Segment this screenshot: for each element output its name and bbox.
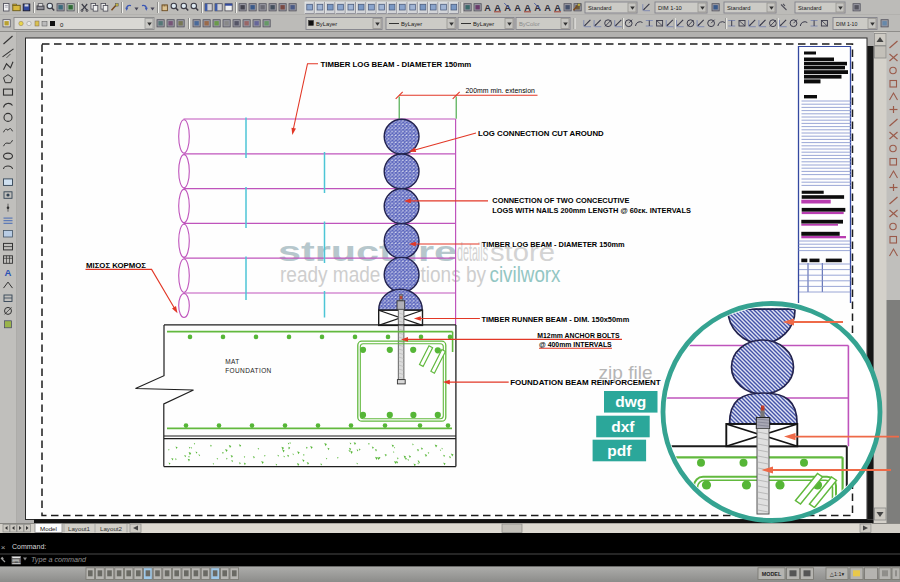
svg-text:ByColor: ByColor — [519, 21, 540, 27]
svg-text:MODEL: MODEL — [762, 571, 782, 577]
svg-text:DIM 1-10: DIM 1-10 — [836, 21, 857, 27]
svg-text:200mm min. extension: 200mm min. extension — [466, 87, 535, 94]
svg-text:pdf: pdf — [607, 442, 632, 459]
svg-text:TIMBER LOG BEAM - DIAMETER 150: TIMBER LOG BEAM - DIAMETER 150mm — [482, 240, 625, 249]
svg-text:MAT: MAT — [225, 358, 239, 365]
svg-text:LOG CONNECTION CUT AROUND: LOG CONNECTION CUT AROUND — [478, 129, 604, 138]
svg-text:TIMBER LOG BEAM - DIAMETER 150: TIMBER LOG BEAM - DIAMETER 150mm — [321, 60, 472, 69]
svg-text:civilworx: civilworx — [490, 262, 561, 287]
svg-text:Standard: Standard — [588, 5, 612, 11]
svg-text:DIM 1-10: DIM 1-10 — [658, 5, 682, 11]
svg-text:zip file: zip file — [599, 362, 653, 383]
svg-text:A: A — [484, 3, 491, 13]
svg-text:CONNECTION OF TWO CONCECUTIVE: CONNECTION OF TWO CONCECUTIVE — [492, 196, 629, 205]
svg-text:LOGS WITH NAILS 200mm LENGTH @: LOGS WITH NAILS 200mm LENGTH @ 60εκ. INT… — [492, 206, 691, 215]
svg-text:TIMBER RUNNER BEAM - DIM. 150x: TIMBER RUNNER BEAM - DIM. 150x50mm — [481, 315, 629, 324]
svg-text:Layout1: Layout1 — [68, 525, 91, 532]
svg-text:M12mm ANCHOR BOLTS: M12mm ANCHOR BOLTS — [537, 332, 620, 339]
svg-text:Command:: Command: — [12, 543, 46, 550]
svg-text:Model: Model — [40, 525, 57, 532]
svg-text:⌨: ⌨ — [11, 557, 21, 564]
svg-text:Standard: Standard — [798, 5, 822, 11]
svg-text:×: × — [1, 543, 6, 552]
svg-text:FOUNDATION: FOUNDATION — [225, 367, 272, 374]
svg-text:A: A — [5, 267, 12, 278]
svg-text:A: A — [514, 3, 521, 13]
svg-text:ByLayer: ByLayer — [401, 21, 422, 27]
svg-text:Standard: Standard — [727, 5, 751, 11]
svg-text:@ 400mm INTERVALS: @ 400mm INTERVALS — [539, 341, 612, 348]
svg-text:Type a command: Type a command — [31, 555, 87, 564]
svg-text:△1:1▾: △1:1▾ — [830, 571, 845, 577]
svg-text:ByLayer: ByLayer — [316, 21, 337, 27]
svg-text:ΜΙΣΟΣ ΚΟΡΜΟΣ: ΜΙΣΟΣ ΚΟΡΜΟΣ — [86, 261, 146, 270]
svg-text:Layout2: Layout2 — [100, 525, 123, 532]
svg-text:dwg: dwg — [615, 393, 646, 410]
svg-text:dxf: dxf — [611, 418, 635, 435]
svg-text:ByLayer: ByLayer — [473, 21, 494, 27]
svg-text:A: A — [544, 3, 551, 13]
